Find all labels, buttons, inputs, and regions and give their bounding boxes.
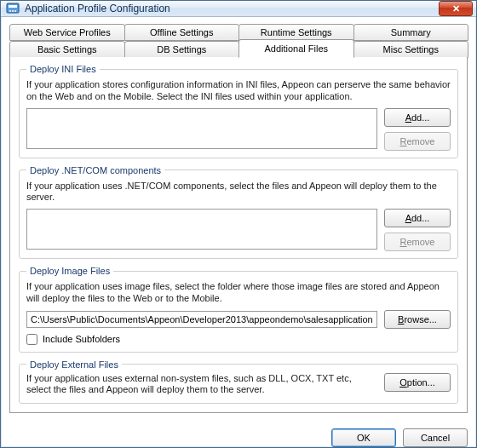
- ini-description: If your application stores configuration…: [26, 79, 451, 103]
- ini-add-button[interactable]: Add...: [384, 108, 451, 127]
- close-icon: ✕: [452, 3, 460, 14]
- cancel-button[interactable]: Cancel: [403, 428, 468, 447]
- tab-basic-settings[interactable]: Basic Settings: [9, 41, 125, 58]
- ok-button[interactable]: OK: [331, 428, 396, 447]
- group-deploy-netcom: Deploy .NET/COM components If your appli…: [19, 165, 458, 260]
- svg-rect-1: [9, 5, 17, 8]
- close-button[interactable]: ✕: [439, 1, 473, 16]
- tab-web-service-profiles[interactable]: Web Service Profiles: [9, 24, 125, 41]
- external-option-button[interactable]: Option...: [384, 373, 451, 392]
- netcom-add-button[interactable]: Add...: [384, 209, 451, 227]
- tab-misc-settings[interactable]: Misc Settings: [353, 41, 469, 58]
- netcom-remove-button[interactable]: Remove: [384, 233, 451, 251]
- tab-summary[interactable]: Summary: [353, 24, 469, 41]
- client-area: Web Service Profiles Offline Settings Ru…: [1, 17, 476, 422]
- tab-runtime-settings[interactable]: Runtime Settings: [238, 24, 354, 41]
- app-icon: [6, 2, 20, 15]
- group-deploy-ini-files: Deploy INI Files If your application sto…: [19, 64, 458, 158]
- dialog-footer: OK Cancel: [1, 422, 476, 448]
- group-deploy-image-files: Deploy Image Files If your application u…: [19, 266, 458, 353]
- ini-remove-button[interactable]: Remove: [384, 132, 451, 151]
- svg-point-4: [14, 10, 16, 12]
- tab-offline-settings[interactable]: Offline Settings: [124, 24, 240, 41]
- include-subfolders-checkbox[interactable]: [26, 334, 37, 345]
- external-description: If your application uses external non-sy…: [26, 373, 377, 397]
- tab-additional-files[interactable]: Additional Files: [238, 39, 354, 58]
- netcom-description: If your application uses .NET/COM compon…: [26, 181, 451, 204]
- titlebar: Application Profile Configuration ✕: [1, 1, 476, 17]
- tabpanel-additional-files: Deploy INI Files If your application sto…: [9, 57, 468, 413]
- svg-point-2: [9, 10, 11, 12]
- include-subfolders-label[interactable]: Include Subfolders: [26, 334, 451, 345]
- image-description: If your application uses image files, se…: [26, 281, 451, 305]
- group-legend-ini: Deploy INI Files: [26, 64, 100, 74]
- tab-container: Web Service Profiles Offline Settings Ru…: [9, 24, 468, 58]
- image-folder-input[interactable]: [26, 311, 377, 328]
- svg-point-3: [12, 10, 14, 12]
- group-legend-external: Deploy External Files: [26, 359, 122, 370]
- include-subfolders-text: Include Subfolders: [43, 334, 120, 344]
- group-deploy-external-files: Deploy External Files If your applicatio…: [19, 359, 458, 405]
- netcom-files-listbox[interactable]: [26, 209, 377, 250]
- group-legend-image: Deploy Image Files: [26, 266, 113, 276]
- window-title: Application Profile Configuration: [25, 3, 439, 14]
- ini-files-listbox[interactable]: [26, 108, 377, 149]
- tab-db-settings[interactable]: DB Settings: [124, 41, 240, 58]
- dialog-window: Application Profile Configuration ✕ Web …: [0, 0, 477, 448]
- group-legend-netcom: Deploy .NET/COM components: [26, 165, 164, 175]
- image-browse-button[interactable]: Browse...: [384, 310, 451, 329]
